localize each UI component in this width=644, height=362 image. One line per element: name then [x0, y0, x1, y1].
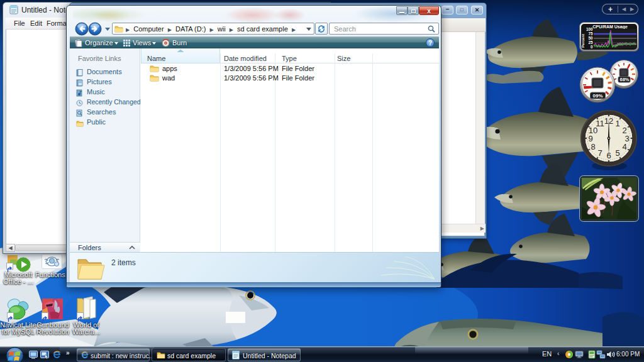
svg-text:25: 25 — [588, 40, 593, 45]
svg-text:11: 11 — [596, 119, 604, 128]
svg-text:4: 4 — [622, 142, 626, 151]
svg-text:5: 5 — [615, 148, 619, 158]
svg-text:9: 9 — [588, 134, 592, 143]
svg-text:1: 1 — [615, 119, 619, 128]
svg-text:50: 50 — [588, 36, 593, 40]
svg-text:100: 100 — [586, 27, 593, 31]
svg-text:09%: 09% — [592, 93, 602, 99]
svg-text:75: 75 — [588, 31, 593, 36]
svg-text:8: 8 — [591, 142, 595, 151]
svg-text:68%: 68% — [619, 77, 629, 82]
svg-text:Percent: Percent — [581, 34, 585, 48]
svg-text:0: 0 — [591, 45, 593, 49]
svg-text:CPU/RAM Usage: CPU/RAM Usage — [592, 25, 628, 30]
svg-text:7: 7 — [597, 148, 602, 158]
